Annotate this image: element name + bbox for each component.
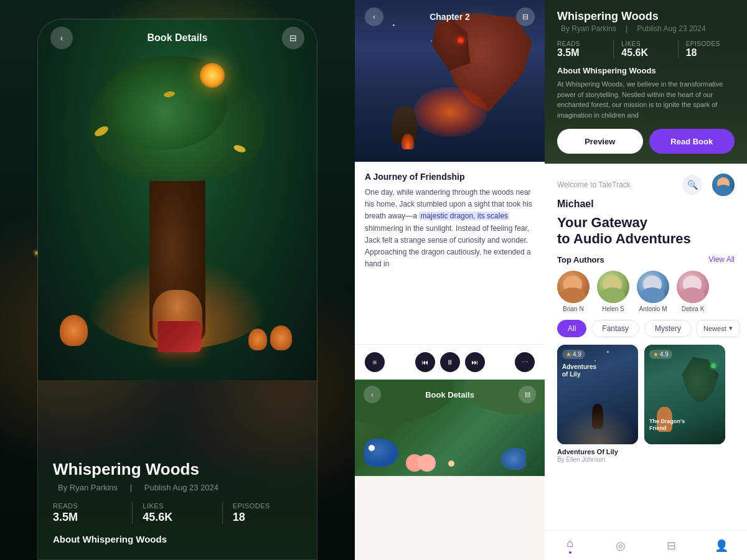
author-name-antonio: Antonio M: [639, 306, 667, 312]
bd-bookmark-button[interactable]: ⊟: [519, 386, 536, 403]
profile-icon: 👤: [715, 539, 728, 553]
nav-explore[interactable]: ◎: [595, 539, 646, 553]
creature-right-1: [270, 325, 292, 350]
compass-icon: ◎: [616, 539, 626, 553]
tt-user-name: Michael: [545, 198, 747, 215]
top-authors-label: Top Authors: [557, 255, 604, 264]
page-title: Book Details: [148, 32, 208, 44]
genre-tab-all[interactable]: All: [557, 320, 586, 337]
chapter-text: One day, while wandering through the woo…: [365, 187, 535, 270]
chevron-down-icon: ▾: [729, 324, 733, 332]
nav-bookmarks[interactable]: ⊟: [646, 539, 697, 553]
panel1-book-details: ‹ Book Details ⊟ Whispering Woods By Rya…: [0, 0, 355, 560]
nav-home-dot: [569, 551, 571, 554]
genre-tab-mystery[interactable]: Mystery: [644, 320, 692, 337]
more-icon: ⋯: [522, 358, 529, 366]
lily-book-name: Adventures Of Lily: [557, 448, 638, 455]
lily-star-3: [607, 351, 609, 353]
author-name: By Ryan Parkins: [58, 483, 118, 492]
phone-header: ‹ Book Details ⊟: [38, 19, 317, 57]
tt-authors-list: Brian N Helen S Antonio M: [545, 271, 747, 320]
star-2: [431, 40, 432, 42]
bookmark-button[interactable]: ⊟: [282, 27, 304, 49]
tt-episodes-value: 18: [686, 47, 735, 58]
panel3-taletrack: Whispering Woods By Ryan Parkins | Publi…: [545, 0, 747, 560]
phone-card: ‹ Book Details ⊟ Whispering Woods By Rya…: [37, 19, 317, 560]
stat-divider-2: [222, 502, 223, 524]
genre-tab-fantasy[interactable]: Fantasy: [591, 320, 639, 337]
likes-label: LIKES: [143, 502, 212, 510]
more-options-button[interactable]: ⋯: [515, 352, 535, 372]
newest-dropdown[interactable]: Newest ▾: [697, 320, 740, 337]
preview-button[interactable]: Preview: [557, 129, 643, 154]
dragon-rating-badge: ★ 4.9: [649, 350, 672, 359]
star-icon-dragon: ★: [653, 351, 659, 358]
tt-about-text: At Whispering Woods, we believe in the t…: [557, 79, 735, 120]
search-button[interactable]: 🔍: [682, 175, 702, 195]
book-cover-dragon: The Dragon'sFriend ★ 4.9: [644, 345, 725, 444]
author-item-antonio: Antonio M: [637, 271, 669, 312]
publish-date: Publish Aug 23 2024: [144, 483, 218, 492]
ch-bookmark-icon: ⊟: [522, 12, 529, 21]
chapter-title: Chapter 2: [430, 12, 470, 22]
bd-illustration: ‹ Book Details ⊟: [355, 380, 545, 476]
lily-star-2: [594, 360, 596, 362]
tt-book-author: By Ryan Parkins | Publish Aug 23 2024: [557, 24, 735, 33]
nav-profile[interactable]: 👤: [697, 539, 747, 553]
author-avatar-brian[interactable]: [557, 271, 590, 303]
creature-left: [60, 315, 88, 346]
likes-stat: LIKES 45.6K: [143, 502, 212, 524]
dragon-cover-title: The Dragon'sFriend: [649, 418, 685, 432]
rewind-icon: ⏮: [421, 358, 428, 366]
rewind-button[interactable]: ⏮: [415, 352, 435, 372]
dragon-fire-glow: [413, 87, 487, 137]
tt-author-name: By Ryan Parkins: [561, 24, 616, 33]
author-avatar-antonio[interactable]: [637, 271, 669, 303]
book-card-lily[interactable]: Adventuresof Lily ★ 4.9 Adventures Of Li…: [557, 345, 638, 467]
tt-reads-value: 3.5M: [557, 47, 606, 58]
tt-books-grid: Adventuresof Lily ★ 4.9 Adventures Of Li…: [545, 345, 747, 474]
nav-home[interactable]: ⌂: [545, 537, 595, 554]
book-prop: [158, 321, 202, 352]
ch-back-icon: ‹: [373, 12, 375, 21]
playlist-button[interactable]: ≡: [365, 352, 385, 372]
dragon-cover-eye: [711, 363, 716, 368]
tt-stat-divider-2: [678, 40, 679, 58]
play-pause-button[interactable]: ⏸: [440, 352, 460, 372]
chapter-back-button[interactable]: ‹: [365, 7, 383, 26]
lily-book-info: Adventures Of Lily By Ellen Johnson: [557, 444, 638, 467]
campfire: [402, 134, 414, 149]
episodes-stat: EPISODES 18: [233, 502, 302, 524]
dragon-eye: [458, 37, 464, 44]
book-illustration: [38, 19, 317, 380]
author-item-debra: Debra K: [677, 271, 709, 312]
search-icon: 🔍: [687, 180, 698, 190]
text-fade: [355, 319, 545, 344]
reads-stat: READS 3.5M: [53, 502, 122, 524]
tt-welcome-label: Welcome to TaleTrack: [557, 180, 631, 189]
author-name-brian: Brian N: [563, 306, 583, 312]
view-all-link[interactable]: View All: [708, 255, 735, 264]
bd-back-button[interactable]: ‹: [364, 386, 381, 403]
chapter-header: ‹ Chapter 2 ⊟: [355, 0, 545, 34]
back-icon: ‹: [60, 33, 63, 43]
tt-authors-row: Top Authors View All: [545, 255, 747, 271]
book-cover-lily: Adventuresof Lily ★ 4.9: [557, 345, 638, 444]
chapter-card: ‹ Chapter 2 ⊟ A Journey of Friendship On…: [355, 0, 545, 380]
read-book-button[interactable]: Read Book: [649, 129, 735, 154]
author-avatar-debra[interactable]: [677, 271, 709, 303]
lily-book-author: By Ellen Johnson: [557, 456, 638, 463]
separator-1: |: [130, 483, 132, 492]
star-icon-lily: ★: [566, 351, 571, 358]
back-button[interactable]: ‹: [50, 27, 73, 49]
about-heading: About Whispering Woods: [53, 534, 302, 544]
tt-gateway-heading: Your Gateway to Audio Adventures: [545, 215, 747, 255]
book-card-dragon[interactable]: The Dragon'sFriend ★ 4.9: [644, 345, 725, 467]
forward-button[interactable]: ⏭: [465, 352, 485, 372]
chapter-bookmark-button[interactable]: ⊟: [516, 7, 535, 26]
user-avatar: [712, 174, 735, 196]
author-avatar-helen[interactable]: [597, 271, 629, 303]
tt-book-info-section: Whispering Woods By Ryan Parkins | Publi…: [545, 0, 747, 164]
blue-bird: [364, 439, 398, 467]
flower-1: [417, 456, 425, 464]
